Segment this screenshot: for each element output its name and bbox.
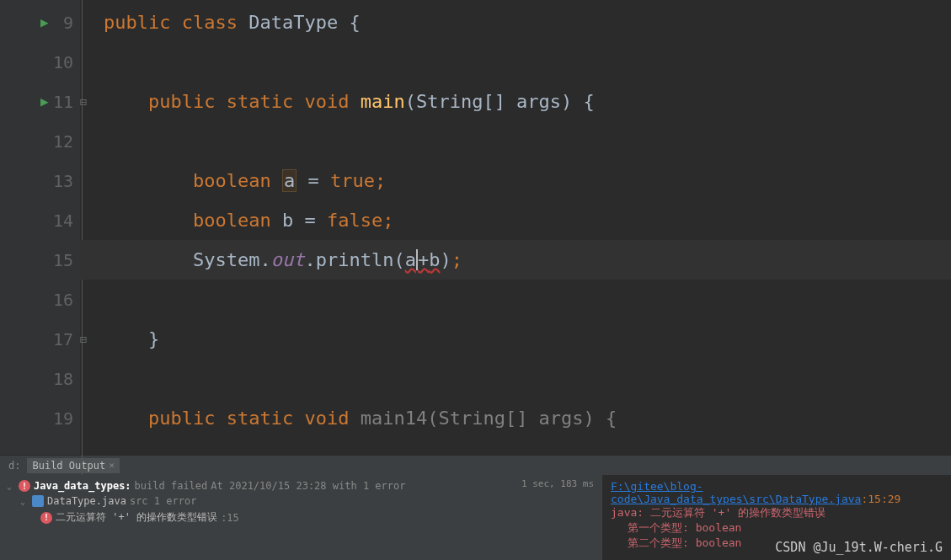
line-number: 10 (48, 52, 73, 72)
tab-build-output[interactable]: Build Output × (27, 458, 119, 473)
code-line: boolean a = true; (80, 161, 951, 200)
fold-icon[interactable]: ⊟ (80, 333, 87, 346)
code-line: public static void main(String[] args) { (80, 82, 951, 121)
code-line (80, 359, 951, 398)
line-number: 11 (48, 92, 73, 112)
console-output[interactable]: F:\gitee\blog-code\Java_data_types\src\D… (602, 475, 951, 560)
run-icon[interactable]: ▶ (40, 14, 49, 30)
fold-icon[interactable]: ⊟ (80, 95, 87, 109)
line-number: 9 (48, 13, 73, 33)
expand-icon[interactable]: ⌄ (20, 497, 29, 506)
build-tree: 1 sec, 183 ms ⌄ ! Java_data_types: build… (0, 475, 602, 560)
console-error: 第一个类型: boolean (611, 520, 943, 536)
build-panel: d: Build Output × 1 sec, 183 ms ⌄ ! Java… (0, 455, 951, 560)
file-icon (32, 495, 44, 507)
tab-bar: d: Build Output × (0, 456, 951, 475)
line-number: 12 (48, 131, 73, 152)
tree-root[interactable]: ⌄ ! Java_data_types: build failed At 202… (7, 478, 596, 493)
code-line: } (80, 319, 951, 359)
line-number: 18 (48, 369, 73, 389)
error-icon: ! (19, 480, 30, 492)
line-number: 14 (48, 211, 73, 231)
error-icon: ! (40, 512, 52, 524)
code-line: System.out.println(a+b); (80, 240, 951, 280)
gutter: 9 ▶ 10 11 ▶ ⊟ 12 13 14 15 16 17 ⊟ 18 19 (0, 0, 80, 455)
build-time: 1 sec, 183 ms (521, 478, 594, 489)
file-link[interactable]: F:\gitee\blog-code\Java_data_types\src\D… (611, 480, 861, 505)
close-icon[interactable]: × (109, 460, 115, 471)
code-line (80, 42, 951, 82)
line-number: 17 (48, 329, 73, 349)
code-line: public static void main14(String[] args)… (80, 398, 951, 438)
line-number: 13 (48, 171, 73, 191)
run-icon[interactable]: ▶ (40, 93, 49, 109)
line-number: 19 (48, 408, 73, 429)
code-line (80, 121, 951, 161)
code-line (80, 280, 951, 319)
editor-area: 9 ▶ 10 11 ▶ ⊟ 12 13 14 15 16 17 ⊟ 18 19 … (0, 0, 951, 455)
line-number: 16 (48, 290, 73, 310)
console-error: 第二个类型: boolean (611, 536, 943, 551)
line-number: 15 (48, 250, 73, 270)
console-error: java: 二元运算符 '+' 的操作数类型错误 (611, 505, 943, 520)
code-line: boolean b = false; (80, 200, 951, 240)
tree-file[interactable]: ⌄ DataType.java src 1 error (7, 493, 596, 509)
tree-error[interactable]: ! 二元运算符 '+' 的操作数类型错误 :15 (7, 509, 596, 526)
code-line: public class DataType { (80, 3, 951, 42)
code-area[interactable]: public class DataType { public static vo… (80, 0, 951, 455)
tab-prefix: d: (2, 458, 27, 473)
expand-icon[interactable]: ⌄ (7, 482, 15, 491)
